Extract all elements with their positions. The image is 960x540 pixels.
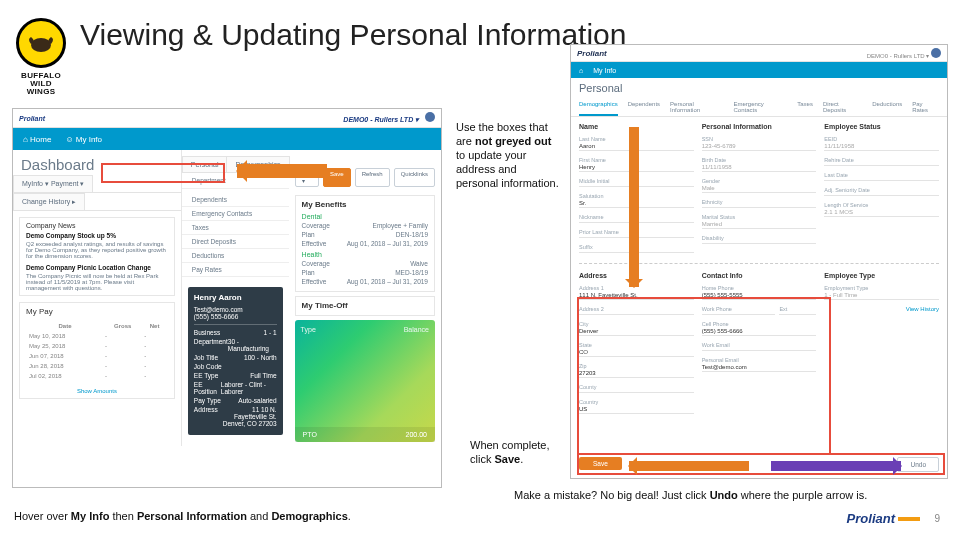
page-number: 9 [934, 513, 940, 524]
mypay-card: My Pay DateGrossNet May 10, 2018-- May 2… [19, 302, 175, 399]
timeoff-label: My Time-Off [295, 296, 435, 316]
tab-demographics[interactable]: Demographics [579, 98, 618, 116]
table-row: May 10, 2018-- [28, 332, 166, 340]
employee-info-card: Henry Aaron Test@demo.com (555) 555-6666… [188, 287, 283, 435]
footer-brand: Proliant [847, 511, 920, 526]
sidecol-item-payrates[interactable]: Pay Rates [182, 263, 289, 277]
rehire-field [824, 163, 939, 166]
page-title: Personal [571, 78, 947, 98]
bww-text-3: WINGS [16, 88, 66, 96]
nav-home[interactable]: ⌂ Home [23, 135, 51, 144]
adjsen-field [824, 193, 939, 196]
screenshot-dashboard: Proliant DEMO0 - Rullers LTD ▾ ⌂ Home ☺ … [12, 108, 442, 488]
brand-logo: Proliant [577, 49, 607, 58]
table-row: May 25, 2018-- [28, 342, 166, 350]
orange-arrow-down [629, 127, 639, 287]
purple-arrow-undo [771, 461, 901, 471]
sidecol-item-dependents[interactable]: Dependents [182, 193, 289, 207]
tab-dependents[interactable]: Dependents [628, 98, 660, 116]
company-news-card: Company News Demo Company Stock up 5% Q2… [19, 217, 175, 296]
org-dropdown[interactable]: DEMO0 - Rullers LTD ▾ [343, 116, 419, 123]
tab-deductions[interactable]: Deductions [872, 98, 902, 116]
marital-field: Married [702, 220, 817, 229]
table-row: Jun 07, 2018-- [28, 352, 166, 360]
country-field[interactable]: US [579, 405, 694, 414]
birthdate-field: 11/11/1958 [702, 163, 817, 172]
tab-myinfo[interactable]: MyInfo ▾ Payment ▾ [13, 175, 93, 192]
lastdate-field [824, 178, 939, 181]
screenshot-personal: Proliant DEMO0 - Rullers LTD ▾ ⌂ My Info… [570, 44, 948, 479]
nav-myinfo[interactable]: My Info [593, 67, 616, 74]
table-row: Jul 02, 2018-- [28, 372, 166, 380]
timeoff-card: TypeBalance PTO200.00 [295, 320, 435, 442]
ext-field[interactable] [779, 312, 816, 315]
disability-field [702, 241, 817, 244]
avatar[interactable] [931, 48, 941, 58]
workph-field[interactable] [702, 312, 776, 315]
save-button[interactable]: Save [323, 168, 351, 187]
callout-save: When complete, click Save. [470, 438, 570, 466]
zip-field[interactable]: 27203 [579, 369, 694, 378]
avatar[interactable] [425, 112, 435, 122]
sidecol-item-emergency[interactable]: Emergency Contacts [182, 207, 289, 221]
show-amounts-link[interactable]: Show Amounts [26, 388, 168, 394]
cellph-field[interactable]: (555) 555-6666 [702, 327, 817, 336]
ssn-field: 123-45-6789 [702, 142, 817, 151]
sidecol-item-deductions[interactable]: Deductions [182, 249, 289, 263]
orange-arrow [237, 164, 327, 178]
tab-taxes[interactable]: Taxes [797, 98, 813, 116]
county-field[interactable] [579, 390, 694, 393]
callout-undo: Make a mistake? No big deal! Just click … [514, 488, 954, 502]
callout-greyed: Use the boxes that are not greyed out to… [456, 120, 560, 190]
emptype-field: 1 - Full Time [824, 291, 939, 300]
brand-logo: Proliant [19, 115, 45, 122]
persemail-field[interactable]: Test@demo.com [702, 363, 817, 372]
benefits-card: My Benefits Dental CoverageEmployee + Fa… [295, 195, 435, 292]
bww-logo: BUFFALO WILD WINGS [16, 18, 66, 96]
ethnicity-field [702, 205, 817, 208]
tab-emergency[interactable]: Emergency Contacts [734, 98, 788, 116]
save-button[interactable]: Save [579, 457, 622, 470]
svg-point-0 [31, 38, 51, 52]
addr2-field[interactable] [579, 312, 694, 315]
gender-field: Male [702, 184, 817, 193]
los-field: 2.1 1 MOS [824, 208, 939, 217]
sidecol-item-directdeposits[interactable]: Direct Deposits [182, 235, 289, 249]
tab-directdeposits[interactable]: Direct Deposits [823, 98, 862, 116]
dashboard-title: Dashboard [13, 150, 181, 175]
eeid-field: 11/11/1958 [824, 142, 939, 151]
refresh-button[interactable]: Refresh [355, 168, 390, 187]
tab-payrates[interactable]: Pay Rates [912, 98, 939, 116]
city-field[interactable]: Denver [579, 327, 694, 336]
workemail-field[interactable] [702, 348, 817, 351]
slide-title: Viewing & Updating Personal Information [80, 18, 626, 52]
nav-myinfo[interactable]: ☺ My Info [65, 135, 102, 144]
table-row: Jun 28, 2018-- [28, 362, 166, 370]
homeph-field[interactable]: (555) 555-5555 [702, 291, 817, 300]
quicklinks-button[interactable]: Quicklinks [394, 168, 435, 187]
tab-personal[interactable]: Personal [182, 156, 228, 172]
footer-instruction: Hover over My Info then Personal Informa… [14, 510, 351, 522]
tab-changehistory[interactable]: Change History ▸ [13, 193, 85, 210]
orange-arrow-save [629, 461, 749, 471]
state-field[interactable]: CO [579, 348, 694, 357]
view-history-link[interactable]: View History [824, 306, 939, 312]
tab-personal-information[interactable]: Personal Information [670, 98, 723, 116]
nav-home[interactable]: ⌂ [579, 67, 583, 74]
sidecol-item-taxes[interactable]: Taxes [182, 221, 289, 235]
